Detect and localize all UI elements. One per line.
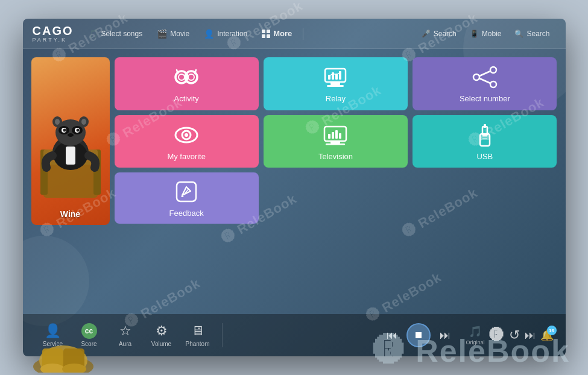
logo-main-text: CAGO: [33, 25, 74, 37]
player-icons: 🎵 Original 🅡 ↺ ⏭ 🔔 16: [466, 325, 553, 345]
svg-rect-55: [484, 124, 486, 128]
svg-rect-50: [335, 130, 338, 139]
select-number-icon: [472, 64, 498, 90]
svg-point-19: [76, 129, 79, 132]
star-icon: ☆: [119, 323, 131, 339]
bottom-phantom[interactable]: 🖥 Phantom: [180, 323, 216, 347]
aura-label: Aura: [119, 341, 131, 347]
monitor-icon: 🖥: [191, 323, 204, 339]
nav-voice-search-label: Search: [434, 30, 457, 38]
bottom-aura[interactable]: ☆ Aura: [107, 323, 144, 347]
svg-point-4: [40, 364, 65, 373]
nav-interaction[interactable]: 👤 Interation: [198, 26, 253, 42]
music-icon: 🎵: [88, 29, 98, 39]
service-label: Service: [43, 341, 63, 347]
television-icon: [322, 122, 349, 148]
phantom-label: Phantom: [185, 341, 209, 347]
skip-forward-button[interactable]: ⏭: [525, 329, 536, 342]
tile-select-number[interactable]: Select number: [413, 57, 557, 110]
bottom-service[interactable]: 👤 Service: [35, 323, 71, 347]
bg-deco: [23, 236, 89, 326]
svg-rect-12: [66, 147, 75, 165]
select-number-label: Select number: [460, 94, 510, 103]
movie-icon: 🎬: [157, 29, 167, 39]
nav-interaction-label: Interation: [217, 30, 247, 38]
replay-button[interactable]: ↺: [509, 327, 520, 343]
tile-relay[interactable]: Relay: [264, 57, 408, 110]
svg-line-40: [479, 71, 490, 76]
nav-select-songs[interactable]: 🎵 Select songs: [82, 26, 149, 42]
relebook-icon: 🅡: [490, 327, 504, 344]
tile-usb[interactable]: USB: [413, 115, 557, 168]
activity-label: Activity: [174, 94, 199, 103]
svg-point-38: [490, 67, 496, 73]
tile-wine[interactable]: Wine: [31, 57, 110, 225]
svg-point-18: [63, 129, 66, 132]
svg-point-5: [62, 364, 86, 373]
relay-label: Relay: [326, 94, 346, 103]
grid-icon: [262, 30, 270, 38]
svg-rect-31: [330, 82, 340, 85]
notification-button[interactable]: 🔔 16: [540, 329, 554, 342]
svg-rect-51: [339, 133, 341, 139]
binoculars-icon: [173, 64, 200, 90]
svg-point-39: [490, 81, 496, 87]
svg-rect-29: [185, 75, 188, 80]
svg-point-20: [68, 133, 74, 137]
nav-select-songs-label: Select songs: [101, 30, 143, 38]
player-controls: ⏮ ⏹ ⏭: [384, 323, 454, 347]
nav-voice-search[interactable]: 🎤 Search: [416, 27, 463, 41]
svg-rect-48: [328, 134, 330, 139]
logo: CAGO PARTY.K: [33, 25, 74, 43]
television-label: Television: [318, 152, 353, 161]
eye-icon: [173, 122, 200, 148]
feedback-icon: [173, 178, 200, 205]
nav-divider: [303, 28, 303, 40]
svg-rect-46: [330, 141, 340, 143]
tile-my-favorite[interactable]: My favorite: [115, 115, 259, 168]
original-button[interactable]: 🎵 Original: [466, 325, 484, 345]
nav-more-label: More: [273, 29, 292, 38]
prev-button[interactable]: ⏮: [384, 327, 400, 344]
bottom-volume[interactable]: ⚙ Volume: [144, 323, 180, 347]
stop-button[interactable]: ⏹: [406, 323, 431, 347]
relay-icon: [322, 64, 349, 90]
replay-icon: ↺: [509, 327, 520, 343]
usb-icon: [472, 122, 498, 148]
volume-label: Volume: [151, 341, 171, 347]
tile-feedback[interactable]: Feedback: [115, 172, 259, 224]
logo-sub-text: PARTY.K: [33, 37, 68, 43]
original-label: Original: [466, 339, 484, 345]
nav-movie-label: Movie: [170, 30, 189, 38]
nav-movie[interactable]: 🎬 Movie: [151, 26, 195, 42]
main-content: Wine Activity: [23, 49, 566, 230]
person-icon: 👤: [204, 29, 214, 39]
svg-rect-49: [332, 132, 334, 139]
svg-point-28: [188, 74, 194, 80]
nav-more[interactable]: More: [256, 26, 298, 41]
relebook-button[interactable]: 🅡: [490, 327, 504, 344]
score-label: Score: [81, 341, 96, 347]
svg-point-24: [81, 119, 86, 125]
svg-point-37: [473, 74, 479, 80]
mic-icon: 🎤: [422, 30, 431, 38]
tile-grid: Activity Relay: [115, 57, 557, 224]
svg-line-41: [479, 78, 490, 83]
wine-label: Wine: [60, 209, 80, 219]
svg-rect-47: [326, 143, 345, 145]
bottom-bar: 👤 Service cc Score ☆ Aura ⚙ Volume 🖥 Pha…: [23, 314, 566, 356]
original-icon: 🎵: [469, 325, 482, 338]
my-favorite-label: My favorite: [167, 152, 206, 161]
svg-point-44: [185, 133, 188, 137]
tv-screen: CAGO PARTY.K 🎵 Select songs 🎬 Movie 👤 In…: [23, 19, 566, 356]
svg-point-23: [55, 119, 60, 125]
wine-character: [37, 89, 104, 207]
svg-point-27: [179, 74, 185, 80]
bottom-score[interactable]: cc Score: [71, 323, 107, 347]
service-person-icon: 👤: [45, 323, 61, 339]
tile-television[interactable]: Television: [264, 115, 408, 168]
next-button[interactable]: ⏭: [437, 327, 454, 344]
bottom-separator: [222, 323, 223, 347]
tile-activity[interactable]: Activity: [115, 57, 259, 110]
svg-rect-32: [327, 85, 344, 87]
